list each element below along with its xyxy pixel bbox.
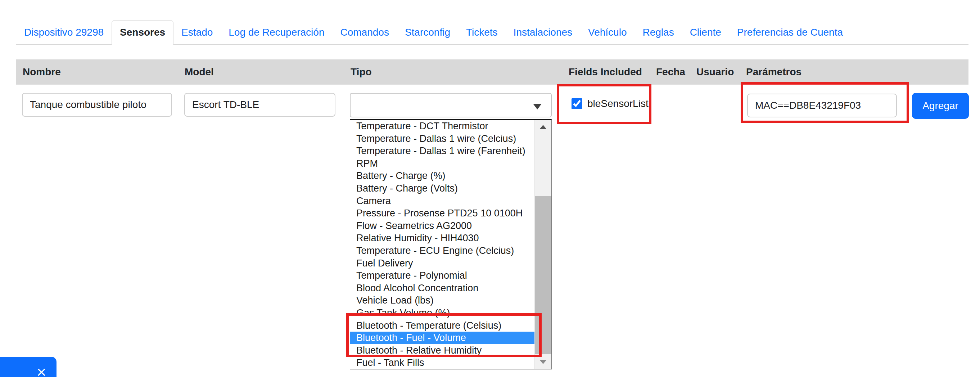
tab-reglas[interactable]: Reglas [635, 21, 682, 44]
sensor-config-page: Dispositivo 29298 Sensores Estado Log de… [0, 0, 980, 377]
column-header-usuario: Usuario [697, 59, 734, 85]
dropdown-option[interactable]: RPM [350, 157, 535, 170]
dropdown-option[interactable]: Pressure - Prosense PTD25 10 0100H [350, 207, 535, 220]
ble-sensor-list-checkbox[interactable] [571, 98, 582, 109]
agregar-button[interactable]: Agregar [912, 93, 969, 119]
tipo-dropdown-list: Temperature - DCT Thermistor Temperature… [350, 119, 552, 369]
chevron-down-icon [533, 104, 542, 109]
tab-instalaciones[interactable]: Instalaciones [506, 21, 580, 44]
dropdown-option[interactable]: Temperature - Polynomial [350, 269, 535, 282]
dropdown-option[interactable]: Temperature - Dallas 1 wire (Celcius) [350, 133, 535, 145]
dropdown-option[interactable]: Gas Tank Volume (%) [350, 307, 535, 319]
dropdown-option[interactable]: Blood Alcohol Concentration [350, 282, 535, 294]
column-header-nombre: Nombre [23, 59, 61, 85]
dropdown-option[interactable]: Temperature - DCT Thermistor [350, 120, 535, 133]
dropdown-option[interactable]: Camera [350, 195, 535, 208]
dropdown-option[interactable]: Relative Humidity - HIH4030 [350, 232, 535, 244]
tab-preferencias-de-cuenta[interactable]: Preferencias de Cuenta [729, 21, 851, 44]
tab-dispositivo[interactable]: Dispositivo 29298 [16, 21, 111, 44]
nombre-input[interactable] [22, 93, 172, 117]
tab-vehiculo[interactable]: Vehículo [580, 21, 635, 44]
tab-tickets[interactable]: Tickets [458, 21, 506, 44]
dropdown-option[interactable]: Fuel - Tank Fills [350, 356, 535, 369]
scroll-up-button[interactable] [535, 120, 551, 134]
scroll-down-button[interactable] [535, 355, 551, 369]
tab-sensores[interactable]: Sensores [111, 20, 173, 45]
tab-starconfig[interactable]: Starconfig [397, 21, 458, 44]
column-header-parametros: Parámetros [746, 59, 802, 85]
dropdown-option[interactable]: Battery - Charge (%) [350, 169, 535, 182]
column-header-fecha: Fecha [656, 59, 685, 85]
column-header-tipo: Tipo [350, 59, 372, 85]
dropdown-option-selected[interactable]: Bluetooth - Fuel - Volume [350, 332, 535, 344]
notification-toast: × [0, 357, 57, 377]
ble-sensor-list-label: bleSensorList [587, 98, 649, 109]
tab-estado[interactable]: Estado [173, 21, 221, 44]
dropdown-option[interactable]: Bluetooth - Relative Humidity [350, 344, 535, 357]
tab-log-de-recuperacion[interactable]: Log de Recuperación [221, 21, 332, 44]
dropdown-option[interactable]: Temperature - ECU Engine (Celcius) [350, 244, 535, 257]
triangle-down-icon [539, 360, 547, 364]
column-header-model: Model [185, 59, 214, 85]
triangle-up-icon [539, 125, 547, 129]
dropdown-option[interactable]: Flow - Seametrics AG2000 [350, 220, 535, 232]
ble-sensor-list-group: bleSensorList [571, 98, 649, 109]
parametros-input[interactable] [747, 94, 897, 117]
tipo-select[interactable] [350, 93, 552, 117]
dropdown-option[interactable]: Battery - Charge (Volts) [350, 182, 535, 195]
dropdown-option[interactable]: Temperature - Dallas 1 wire (Farenheit) [350, 145, 535, 157]
dropdown-option[interactable]: Bluetooth - Temperature (Celsius) [350, 319, 535, 332]
tab-cliente[interactable]: Cliente [682, 21, 729, 44]
dropdown-options: Temperature - DCT Thermistor Temperature… [350, 120, 535, 369]
tab-comandos[interactable]: Comandos [332, 21, 397, 44]
column-header-fields-included: Fields Included [569, 59, 642, 85]
dropdown-option[interactable]: Fuel Delivery [350, 257, 535, 270]
model-input[interactable] [184, 93, 336, 117]
dropdown-option[interactable]: Vehicle Load (lbs) [350, 294, 535, 307]
tab-bar: Dispositivo 29298 Sensores Estado Log de… [16, 20, 969, 45]
dropdown-scrollbar[interactable] [535, 120, 551, 369]
table-header: Nombre Model Tipo Fields Included Fecha … [16, 59, 969, 85]
scrollbar-thumb[interactable] [535, 196, 551, 354]
close-icon[interactable]: × [36, 366, 47, 377]
